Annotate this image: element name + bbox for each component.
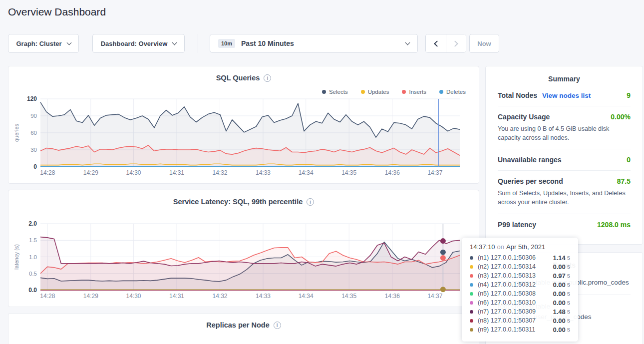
chevron-down-icon bbox=[66, 40, 71, 45]
svg-text:14:34: 14:34 bbox=[299, 293, 314, 300]
svg-text:0: 0 bbox=[33, 163, 37, 170]
summary-row-qps: Queries per second 87.5 Sum of Selects, … bbox=[498, 170, 631, 213]
node-color-dot-icon bbox=[470, 283, 473, 287]
summary-row-unavailable-ranges: Unavailable ranges 0 bbox=[498, 149, 631, 170]
page-title: Overview Dashboard bbox=[8, 6, 106, 18]
queries-per-second-label: Queries per second bbox=[498, 177, 563, 185]
total-nodes-value: 9 bbox=[627, 91, 631, 99]
tooltip-node-value: 1.48 bbox=[553, 308, 565, 316]
tooltip-node-value: 0.00 bbox=[553, 290, 565, 298]
tooltip-connector: on bbox=[497, 243, 504, 251]
svg-text:0.5: 0.5 bbox=[29, 271, 37, 277]
summary-row-total-nodes: Total Nodes View nodes list 9 bbox=[498, 85, 631, 106]
queries-per-second-value: 87.5 bbox=[617, 177, 631, 185]
sql-queries-chart[interactable]: 14:2814:2914:3014:3114:3214:3314:3414:35… bbox=[8, 66, 479, 183]
svg-text:14:33: 14:33 bbox=[256, 169, 271, 176]
p99-latency-label: P99 latency bbox=[498, 221, 536, 229]
tooltip-node-label: (n7) 127.0.0.1:50309 bbox=[478, 308, 536, 315]
svg-text:14:30: 14:30 bbox=[126, 293, 141, 300]
tooltip-unit: s bbox=[567, 254, 570, 261]
replicas-per-node-title: Replicas per Node i bbox=[8, 321, 479, 329]
tooltip-timestamp: 14:37:10onApr 5th, 2021 bbox=[470, 243, 570, 251]
node-color-dot-icon bbox=[470, 328, 473, 332]
p99-latency-value: 1208.0 ms bbox=[597, 221, 631, 229]
chevron-down-icon bbox=[405, 40, 410, 45]
dashboard-dropdown[interactable]: Dashboard: Overview bbox=[92, 34, 185, 53]
tooltip-node-label: (n2) 127.0.0.1:50314 bbox=[478, 263, 536, 270]
tooltip-node-value: 0.00 bbox=[553, 299, 565, 307]
svg-text:14:35: 14:35 bbox=[341, 169, 356, 176]
replicas-per-node-title-text: Replicas per Node bbox=[206, 321, 270, 329]
svg-text:14:29: 14:29 bbox=[83, 169, 98, 176]
svg-text:2.0: 2.0 bbox=[28, 220, 37, 227]
toolbar: Graph: Cluster Dashboard: Overview 10m P… bbox=[0, 34, 644, 53]
tooltip-row: (n7) 127.0.0.1:50309 1.48 s bbox=[470, 307, 570, 316]
tooltip-node-value: 0.00 bbox=[553, 326, 565, 334]
tooltip-date: Apr 5th, 2021 bbox=[506, 243, 545, 251]
capacity-usage-value: 0.00% bbox=[611, 113, 631, 121]
next-time-window-button[interactable] bbox=[446, 34, 466, 52]
svg-text:14:33: 14:33 bbox=[256, 293, 271, 300]
tooltip-time: 14:37:10 bbox=[470, 243, 495, 251]
node-color-dot-icon bbox=[470, 292, 473, 296]
time-window-arrows bbox=[425, 34, 466, 53]
tooltip-node-value: 0.97 bbox=[553, 272, 565, 280]
node-color-dot-icon bbox=[470, 319, 473, 323]
tooltip-node-value: 1.14 bbox=[553, 254, 565, 262]
svg-text:14:36: 14:36 bbox=[385, 169, 400, 176]
svg-text:queries: queries bbox=[13, 123, 19, 142]
node-color-dot-icon bbox=[470, 301, 473, 305]
tooltip-unit: s bbox=[567, 290, 570, 297]
unavailable-ranges-value: 0 bbox=[627, 156, 631, 164]
prev-time-window-button[interactable] bbox=[426, 34, 446, 52]
svg-text:14:35: 14:35 bbox=[341, 293, 356, 300]
capacity-usage-description: You are using 0 B of 4.5 GiB usable disk… bbox=[498, 124, 631, 142]
chevron-down-icon bbox=[172, 40, 177, 45]
replicas-per-node-card: Replicas per Node i bbox=[8, 313, 479, 344]
summary-heading: Summary bbox=[498, 75, 631, 83]
svg-text:14:32: 14:32 bbox=[212, 293, 227, 300]
capacity-usage-label: Capacity Usage bbox=[498, 113, 550, 121]
graph-dropdown[interactable]: Graph: Cluster bbox=[8, 34, 79, 53]
sql-queries-card: SQL Queries i Selects Updates Inserts De… bbox=[8, 66, 479, 184]
tooltip-node-label: (n9) 127.0.0.1:50311 bbox=[478, 326, 535, 333]
service-latency-card: Service Latency: SQL, 99th percentile i … bbox=[8, 190, 479, 307]
svg-text:90: 90 bbox=[30, 113, 37, 119]
svg-text:14:36: 14:36 bbox=[385, 293, 400, 300]
tooltip-unit: s bbox=[567, 317, 570, 324]
node-color-dot-icon bbox=[470, 265, 473, 269]
service-latency-chart[interactable]: 14:2814:2914:3014:3114:3214:3314:3414:35… bbox=[8, 190, 479, 307]
svg-text:1.5: 1.5 bbox=[29, 237, 37, 243]
now-button[interactable]: Now bbox=[469, 34, 499, 53]
tooltip-node-value: 0.00 bbox=[553, 281, 565, 289]
svg-text:14:28: 14:28 bbox=[40, 169, 55, 176]
svg-text:14:29: 14:29 bbox=[83, 293, 98, 300]
svg-text:60: 60 bbox=[30, 130, 37, 136]
toolbar-divider bbox=[198, 34, 198, 53]
tooltip-unit: s bbox=[567, 299, 570, 306]
queries-per-second-description: Sum of Selects, Updates, Inserts, and De… bbox=[498, 189, 631, 207]
tooltip-node-label: (n5) 127.0.0.1:50308 bbox=[478, 290, 536, 297]
tooltip-node-value: 0.00 bbox=[553, 317, 565, 325]
node-color-dot-icon bbox=[470, 274, 473, 278]
time-range-badge: 10m bbox=[218, 39, 235, 48]
tooltip-node-label: (n1) 127.0.0.1:50306 bbox=[478, 254, 536, 261]
time-range-dropdown[interactable]: 10m Past 10 Minutes bbox=[210, 34, 418, 53]
view-nodes-list-link[interactable]: View nodes list bbox=[542, 92, 591, 99]
node-color-dot-icon bbox=[470, 310, 473, 314]
tooltip-row: (n4) 127.0.0.1:50312 0.00 s bbox=[470, 280, 570, 289]
dashboard-dropdown-label: Dashboard: Overview bbox=[101, 40, 168, 47]
tooltip-row: (n5) 127.0.0.1:50308 0.00 s bbox=[470, 289, 570, 298]
tooltip-unit: s bbox=[567, 272, 570, 279]
tooltip-row: (n8) 127.0.0.1:50307 0.00 s bbox=[470, 316, 570, 325]
info-icon[interactable]: i bbox=[274, 322, 281, 329]
tooltip-unit: s bbox=[567, 263, 570, 270]
summary-row-p99: P99 latency 1208.0 ms bbox=[498, 214, 631, 235]
svg-text:14:31: 14:31 bbox=[169, 293, 184, 300]
svg-text:14:37: 14:37 bbox=[427, 169, 442, 176]
svg-text:1.0: 1.0 bbox=[29, 254, 37, 260]
time-range-label: Past 10 Minutes bbox=[241, 39, 294, 47]
tooltip-row: (n2) 127.0.0.1:50314 0.00 s bbox=[470, 262, 570, 271]
summary-panel: Summary Total Nodes View nodes list 9 Ca… bbox=[485, 66, 643, 245]
tooltip-node-label: (n8) 127.0.0.1:50307 bbox=[478, 317, 536, 324]
